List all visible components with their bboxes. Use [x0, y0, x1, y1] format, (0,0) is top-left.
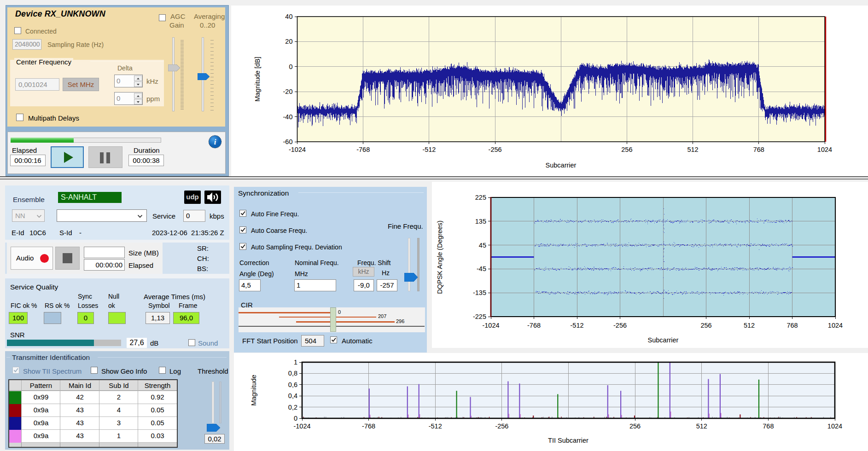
svg-text:1: 1: [294, 358, 297, 366]
svg-text:-40: -40: [283, 113, 293, 121]
svg-text:-60: -60: [283, 138, 293, 145]
svg-text:Subcarrier: Subcarrier: [546, 162, 577, 169]
svg-text:-768: -768: [362, 422, 375, 430]
svg-text:-45: -45: [477, 265, 486, 272]
svg-text:TII Subcarrier: TII Subcarrier: [548, 437, 588, 444]
svg-text:20: 20: [285, 38, 292, 45]
svg-text:-225: -225: [473, 313, 486, 320]
svg-text:-1024: -1024: [289, 146, 306, 153]
svg-text:225: 225: [475, 194, 486, 201]
svg-text:40: 40: [285, 13, 292, 20]
svg-text:0: 0: [289, 63, 292, 70]
svg-text:0,8: 0,8: [288, 370, 297, 377]
svg-text:-256: -256: [613, 322, 627, 329]
svg-text:Subcarrier: Subcarrier: [648, 336, 679, 344]
svg-text:-512: -512: [570, 322, 583, 329]
svg-text:i: i: [214, 138, 216, 146]
svg-text:256: 256: [629, 422, 641, 430]
svg-text:512: 512: [744, 322, 755, 329]
svg-text:512: 512: [687, 146, 698, 153]
svg-text:Magnitude: Magnitude: [250, 375, 257, 406]
svg-text:45: 45: [479, 242, 486, 249]
svg-text:DQPSK Angle (Degrees): DQPSK Angle (Degrees): [436, 220, 443, 294]
svg-text:-1024: -1024: [482, 322, 499, 329]
svg-text:768: 768: [753, 146, 764, 153]
svg-text:0,4: 0,4: [288, 392, 297, 399]
svg-text:0,6: 0,6: [288, 381, 297, 388]
svg-text:-256: -256: [489, 146, 502, 153]
svg-text:-1024: -1024: [293, 422, 310, 430]
svg-text:512: 512: [696, 422, 707, 430]
svg-text:-20: -20: [283, 88, 293, 95]
svg-text:1024: 1024: [828, 322, 843, 329]
svg-text:768: 768: [786, 322, 798, 329]
svg-text:256: 256: [621, 146, 632, 153]
svg-text:Magnitude [dB]: Magnitude [dB]: [254, 57, 261, 102]
svg-text:-768: -768: [356, 146, 370, 153]
svg-text:-135: -135: [473, 289, 486, 296]
svg-text:256: 256: [700, 322, 711, 329]
svg-text:768: 768: [763, 422, 774, 430]
svg-text:-512: -512: [422, 146, 436, 153]
svg-text:0: 0: [294, 415, 297, 422]
svg-text:1024: 1024: [817, 146, 832, 153]
svg-text:0,2: 0,2: [288, 404, 297, 411]
svg-text:1024: 1024: [827, 422, 842, 430]
svg-text:-768: -768: [527, 322, 541, 329]
svg-text:135: 135: [475, 218, 486, 225]
svg-text:-256: -256: [495, 422, 508, 430]
svg-text:-512: -512: [429, 422, 442, 430]
